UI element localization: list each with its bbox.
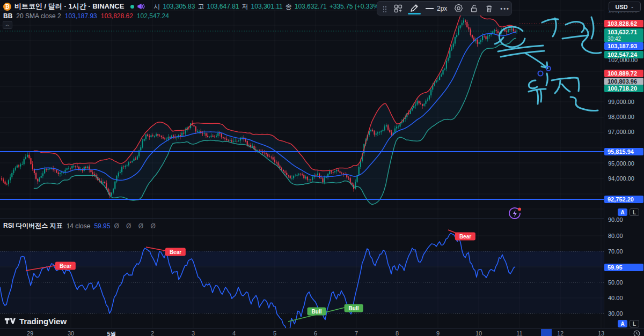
collapse-chevron-icon: ︿ [5, 21, 10, 28]
time-tick-label: 30 [68, 330, 74, 336]
time-tick-label: 12 [557, 330, 564, 336]
settings-heptagon-icon [454, 4, 463, 13]
main-scale-buttons: A L [618, 208, 639, 216]
ideas-megaphone-icon[interactable] [137, 3, 145, 10]
axis-tick-label: 99,000.00 [608, 99, 634, 105]
open-label: 시 [153, 2, 160, 11]
rsi-indicator-legend[interactable]: RSI 다이버전스 지표 14 close 59.95 Ø Ø Ø Ø [3, 221, 158, 230]
axis-tick-label: 30.00 [608, 310, 623, 317]
high-value: 103,647.81 [207, 3, 239, 10]
axis-tick-label: 70.00 [608, 248, 623, 255]
time-tick-label: 8 [396, 330, 399, 336]
bb-indicator-legend[interactable]: BB 20 SMA close 2 103,187.93 103,828.62 … [3, 12, 169, 20]
currency-toggle-button[interactable]: USD ⌄ [609, 2, 641, 12]
time-tick-label: 13 [598, 330, 604, 336]
time-tick-label: 11 [516, 330, 522, 336]
add-to-favorites-button[interactable] [394, 2, 402, 15]
bear-divergence-label[interactable]: Bear [165, 248, 186, 256]
price-label: 100,718.20 [604, 85, 643, 92]
price-label: 100,803.96 [604, 78, 643, 85]
time-axis-selection [541, 329, 552, 336]
tradingview-wordmark: TradingView [19, 317, 67, 326]
auto-scale-button[interactable]: A [618, 208, 627, 216]
bear-divergence-label[interactable]: Bear [455, 233, 475, 241]
toolbar-drag-handle[interactable] [383, 2, 387, 15]
tradingview-logo[interactable]: TradingView [4, 316, 67, 326]
more-options-button[interactable]: ••• [500, 2, 510, 15]
axis-tick-label: 94,000.00 [608, 175, 634, 182]
time-tick-label: 7 [355, 330, 358, 336]
ohlc-values: 시 103,305.83 고 103,647.81 저 103,301.11 종… [153, 2, 380, 11]
symbol-title[interactable]: 비트코인 / 달러 · 1시간 · BINANCE [14, 2, 124, 11]
time-tick-label: 5 [273, 330, 276, 336]
low-label: 저 [242, 2, 248, 11]
symbol-legend: ₿ 비트코인 / 달러 · 1시간 · BINANCE 시 103,305.83… [3, 2, 381, 11]
currency-label: USD [616, 4, 628, 10]
trash-icon [485, 4, 493, 13]
time-tick-label: 5월 [107, 330, 116, 336]
pencil-tool-button[interactable] [409, 2, 419, 15]
countdown-label: 30:42 [608, 36, 643, 42]
rsi-value: 59.95 [94, 222, 110, 230]
axis-tick-label: 90.00 [608, 216, 623, 223]
axis-tick-label: 97,000.00 [608, 129, 634, 135]
time-axis-border [0, 328, 644, 328]
drag-dots-icon [383, 5, 387, 12]
time-tick-label: 3 [192, 330, 195, 336]
time-tick-label: 10 [475, 330, 482, 336]
bear-divergence-label[interactable]: Bear [55, 262, 76, 270]
time-tick-label: 2 [151, 330, 154, 336]
bb-params: 20 SMA close 2 [16, 12, 61, 20]
style-settings-button[interactable] [454, 2, 463, 15]
rsi-empty-values: Ø Ø Ø Ø [114, 222, 158, 230]
clock-icon [633, 330, 640, 336]
log-scale-button[interactable]: L [630, 208, 639, 216]
time-tick-label: 9 [436, 330, 440, 336]
low-value: 103,301.11 [251, 3, 283, 10]
chart-canvas[interactable] [0, 0, 644, 336]
bull-divergence-label[interactable]: Bull [308, 308, 326, 316]
bb-upper-value: 103,828.62 [101, 12, 133, 20]
tradingview-chart-window: ₿ 비트코인 / 달러 · 1시간 · BINANCE 시 103,305.83… [0, 0, 644, 336]
change-value: +335.75 (+0.33%) [330, 3, 381, 10]
close-label: 종 [286, 2, 292, 11]
ellipsis-icon: ••• [500, 5, 510, 12]
axis-tick-label: 80.00 [608, 233, 623, 239]
legend-collapse-button[interactable]: ︿ [3, 21, 12, 29]
axis-tick-label: 50.00 [608, 279, 623, 286]
rsi-scale-buttons: A L [618, 320, 639, 327]
bb-lower-value: 102,547.24 [137, 12, 169, 20]
line-width-button[interactable]: 2px [426, 2, 447, 15]
drawing-toolbar: 2px ••• [377, 1, 512, 16]
active-tool-indicator [408, 13, 421, 14]
time-tick-label: 6 [314, 330, 317, 336]
high-label: 고 [197, 2, 204, 11]
time-tick-label: 4 [232, 330, 236, 336]
lock-button[interactable] [470, 2, 478, 15]
layout-add-icon [394, 4, 402, 13]
unlocked-padlock-icon [470, 4, 478, 13]
open-value: 103,305.83 [163, 3, 195, 10]
time-tick-label: 29 [27, 330, 33, 336]
axis-tick-label: 40.00 [608, 295, 623, 301]
rsi-name: RSI 다이버전스 지표 [3, 221, 63, 230]
market-status-dot-icon[interactable] [130, 5, 134, 9]
btc-logo-icon: ₿ [3, 3, 11, 11]
delete-button[interactable] [485, 2, 493, 15]
bull-divergence-label[interactable]: Bull [345, 304, 363, 312]
boost-flash-button[interactable] [507, 205, 523, 223]
price-label: 100,889.72 [604, 70, 643, 77]
chevron-down-icon: ⌄ [631, 4, 634, 9]
flash-icon [507, 205, 523, 221]
axis-tick-label: 95,000.00 [608, 160, 634, 167]
rsi-auto-scale-button[interactable]: A [618, 320, 627, 327]
timezone-button[interactable] [633, 330, 640, 336]
line-width-label: 2px [437, 5, 447, 12]
axis-tick-label: 98,000.00 [608, 114, 634, 120]
price-label: 103,187.93 [604, 42, 643, 50]
price-label: 59.95 [604, 264, 643, 271]
pencil-icon [409, 4, 419, 13]
rsi-log-scale-button[interactable]: L [630, 320, 639, 327]
price-label: 102,547.24 [604, 51, 643, 58]
line-thickness-icon [426, 8, 434, 9]
